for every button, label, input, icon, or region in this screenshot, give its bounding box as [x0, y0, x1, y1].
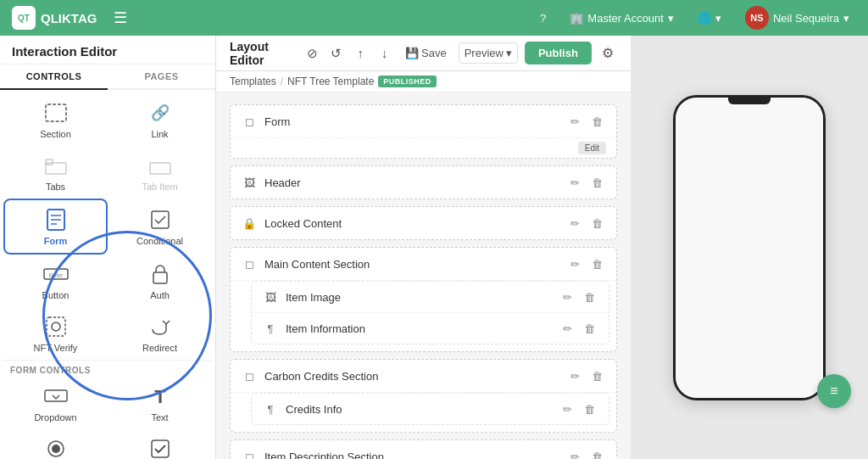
svg-point-17	[52, 445, 60, 453]
control-nft-verify[interactable]: NFT Verify	[3, 307, 108, 360]
logo[interactable]: QT QLIKTAG	[12, 6, 97, 30]
upload-button[interactable]: ↑	[352, 42, 369, 64]
publish-button[interactable]: Publish	[525, 42, 592, 64]
svg-rect-0	[46, 104, 66, 121]
form-icon	[41, 207, 71, 232]
tab-pages[interactable]: PAGES	[108, 64, 215, 90]
controls-grid: Section 🔗 Link Tabs Tab Item	[0, 90, 215, 459]
link-label: Link	[151, 129, 168, 139]
phone-mockup	[673, 95, 826, 400]
credits-info-delete[interactable]: 🗑	[580, 400, 598, 418]
item-desc-section-delete[interactable]: 🗑	[587, 447, 606, 459]
layout-section-carbon-credits: ◻ Carbon Credits Section ✏ 🗑 ¶ Credits I…	[230, 359, 617, 433]
control-auth[interactable]: Auth	[108, 255, 212, 307]
credits-info-icon: ¶	[262, 400, 279, 417]
carbon-credits-edit[interactable]: ✏	[565, 367, 584, 385]
form-edit-chip[interactable]: Edit	[578, 142, 606, 154]
locked-delete-btn[interactable]: 🗑	[587, 214, 606, 232]
breadcrumb-templates[interactable]: Templates	[230, 76, 276, 87]
section-icon	[41, 100, 71, 126]
form-row-label: Form	[264, 115, 559, 128]
radio-icon	[41, 436, 71, 459]
control-link[interactable]: 🔗 Link	[108, 93, 212, 146]
form-controls-divider: FORM CONTROLS	[3, 360, 212, 377]
control-redirect[interactable]: Redirect	[108, 307, 212, 360]
settings-button[interactable]: ⚙	[598, 42, 617, 65]
layout-section-main-content: ◻ Main Content Section ✏ 🗑 🖼 Item Image …	[230, 247, 617, 352]
form-edit-pencil[interactable]: ✏	[565, 112, 584, 131]
link-icon: 🔗	[145, 100, 175, 126]
control-form[interactable]: Form	[3, 199, 108, 255]
control-button[interactable]: Enter Button	[3, 255, 108, 307]
app-name: QLIKTAG	[41, 11, 97, 25]
svg-rect-3	[150, 163, 170, 174]
download-button[interactable]: ↓	[376, 42, 393, 64]
fab-button[interactable]: ≡	[817, 374, 851, 408]
preview-button[interactable]: Preview ▾	[459, 42, 518, 64]
svg-point-13	[52, 322, 60, 331]
main-content-row-actions: ✏ 🗑	[565, 255, 606, 273]
preview-label: Preview	[465, 47, 504, 59]
header-edit-pencil[interactable]: ✏	[565, 173, 584, 192]
item-desc-section-icon: ◻	[241, 448, 258, 459]
control-dropdown[interactable]: Dropdown	[3, 377, 108, 429]
account-label: Master Account	[587, 12, 664, 25]
layout-section-locked: 🔒 Locked Content ✏ 🗑	[230, 206, 617, 240]
globe-icon: 🌐	[698, 12, 711, 25]
item-image-delete[interactable]: 🗑	[580, 288, 598, 306]
locked-row-actions: ✏ 🗑	[565, 214, 606, 232]
control-section[interactable]: Section	[3, 93, 108, 146]
locked-edit-pencil[interactable]: ✏	[565, 214, 584, 232]
master-account-button[interactable]: 🏢 Master Account ▾	[563, 8, 681, 28]
tab-controls[interactable]: CONTROLS	[0, 64, 108, 90]
save-button[interactable]: 💾 Save	[400, 43, 452, 63]
main-content-children: 🖼 Item Image ✏ 🗑 ¶ Item Information ✏ 🗑	[251, 281, 609, 344]
help-button[interactable]: ?	[533, 8, 553, 28]
item-desc-section-edit[interactable]: ✏	[565, 447, 584, 459]
undo-button[interactable]: ↺	[328, 42, 345, 64]
chevron-down-icon: ▾	[668, 12, 674, 25]
item-image-edit[interactable]: ✏	[558, 288, 576, 306]
item-info-delete[interactable]: 🗑	[580, 319, 598, 338]
language-button[interactable]: 🌐 ▾	[691, 8, 728, 28]
item-information-row: ¶ Item Information ✏ 🗑	[252, 313, 609, 344]
carbon-credits-delete[interactable]: 🗑	[587, 367, 606, 385]
control-checkbox[interactable]: Checkbox	[108, 429, 212, 459]
main-layout: Interaction Editor CONTROLS PAGES Sectio…	[0, 36, 868, 459]
phone-notch	[728, 98, 771, 104]
main-content-edit-pencil[interactable]: ✏	[565, 255, 584, 273]
menu-icon[interactable]: ☰	[114, 8, 127, 27]
credits-info-label: Credits Info	[286, 403, 551, 416]
control-tabs[interactable]: Tabs	[3, 146, 108, 199]
svg-text:T: T	[154, 386, 166, 407]
main-content-row-icon: ◻	[241, 255, 258, 272]
header-row-actions: ✏ 🗑	[565, 173, 606, 192]
item-image-icon: 🖼	[262, 288, 279, 305]
layout-row-locked: 🔒 Locked Content ✏ 🗑	[231, 207, 616, 239]
svg-rect-2	[46, 160, 53, 165]
credits-info-row: ¶ Credits Info ✏ 🗑	[252, 394, 609, 424]
layout-editor-scroll: ◻ Form ✏ 🗑 Edit 🖼 Header ✏	[216, 92, 631, 459]
credits-info-edit[interactable]: ✏	[558, 400, 576, 418]
tab-item-label: Tab Item	[142, 182, 177, 192]
center-content: Layout Editor ⊘ ↺ ↑ ↓ 💾 Save Preview ▾ P…	[216, 36, 631, 459]
redirect-label: Redirect	[142, 343, 177, 353]
breadcrumb-current[interactable]: NFT Tree Template	[287, 76, 374, 87]
cancel-button[interactable]: ⊘	[303, 42, 320, 64]
header-delete-btn[interactable]: 🗑	[587, 173, 606, 192]
logo-icon: QT	[12, 6, 36, 30]
control-radio[interactable]: Radio	[3, 429, 108, 459]
control-tab-item[interactable]: Tab Item	[108, 146, 212, 199]
breadcrumb: Templates / NFT Tree Template PUBLISHED	[216, 71, 631, 92]
sidebar-title: Interaction Editor	[0, 36, 215, 64]
control-conditional[interactable]: Conditional	[108, 199, 212, 255]
layout-row-header: 🖼 Header ✏ 🗑	[231, 166, 616, 199]
control-text[interactable]: T Text	[108, 377, 212, 429]
layout-row-item-description-section: ◻ Item Description Section ✏ 🗑	[231, 440, 616, 459]
item-info-edit[interactable]: ✏	[558, 319, 576, 338]
main-content-delete-btn[interactable]: 🗑	[587, 255, 606, 273]
form-delete-btn[interactable]: 🗑	[587, 112, 606, 131]
user-menu-button[interactable]: NS Neil Sequeira ▾	[738, 3, 856, 33]
dropdown-label: Dropdown	[34, 412, 76, 423]
text-icon: T	[145, 383, 175, 409]
